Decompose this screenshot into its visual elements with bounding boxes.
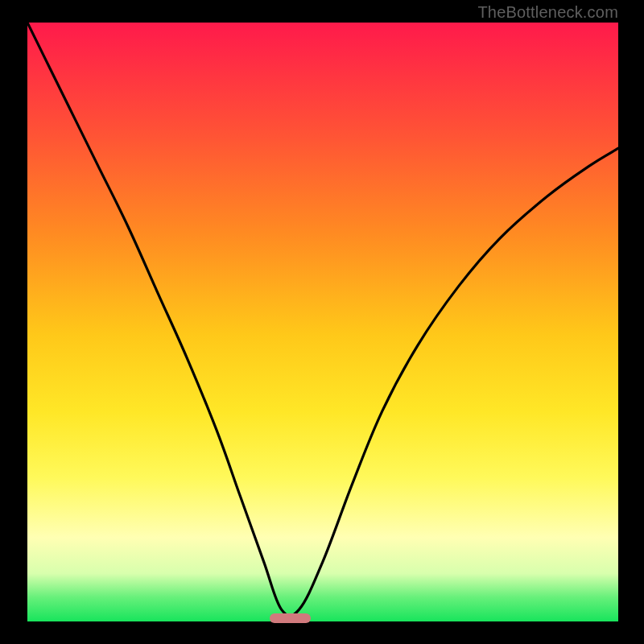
watermark-text: TheBottleneck.com	[477, 3, 618, 22]
chart-frame: TheBottleneck.com	[0, 0, 644, 644]
plot-area	[27, 23, 618, 621]
optimal-marker	[270, 613, 311, 623]
bottleneck-curve	[27, 23, 618, 621]
